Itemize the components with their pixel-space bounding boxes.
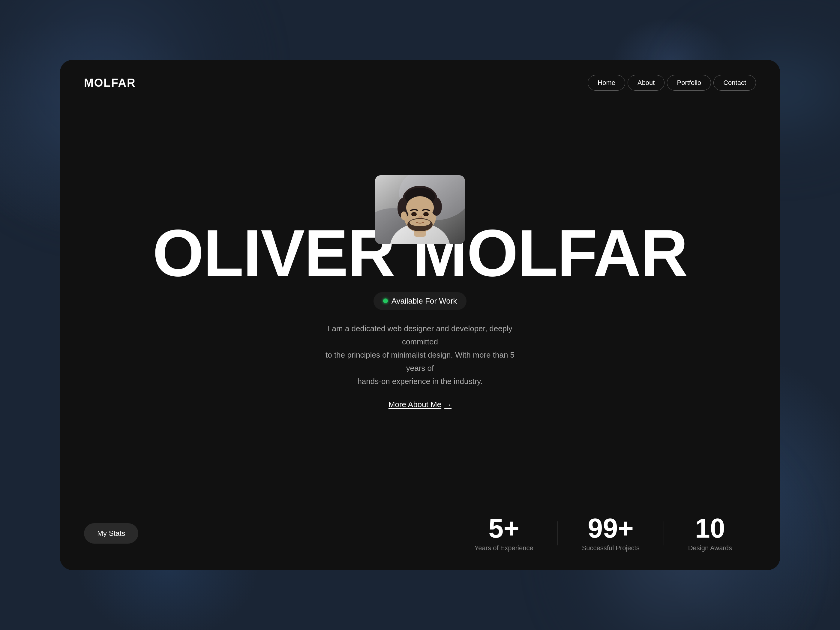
nav-logo[interactable]: MOLFAR (84, 76, 136, 89)
stat-number-projects: 99+ (588, 515, 633, 542)
stats-items: 5+ Years of Experience 99+ Successful Pr… (475, 515, 756, 552)
available-badge: Available For Work (374, 292, 467, 310)
stat-item-awards: 10 Design Awards (688, 515, 732, 552)
profile-image-container (375, 175, 465, 244)
nav-link-about[interactable]: About (628, 75, 665, 91)
stat-divider-1 (557, 521, 558, 545)
stat-label-experience: Years of Experience (475, 544, 534, 552)
bio-text: I am a dedicated web designer and develo… (315, 322, 525, 388)
stats-section: My Stats 5+ Years of Experience 99+ Succ… (60, 503, 780, 570)
nav-links: Home About Portfolio Contact (588, 75, 756, 91)
stat-label-projects: Successful Projects (582, 544, 639, 552)
nav-link-home[interactable]: Home (588, 75, 625, 91)
available-dot-icon (383, 298, 388, 303)
profile-image (375, 175, 465, 244)
more-about-label: More About Me (388, 400, 441, 409)
more-about-link[interactable]: More About Me → (388, 400, 452, 409)
svg-point-14 (409, 219, 431, 226)
nav-link-contact[interactable]: Contact (714, 75, 756, 91)
svg-point-15 (401, 212, 407, 220)
stat-number-awards: 10 (695, 515, 725, 542)
svg-point-10 (406, 196, 434, 219)
available-text: Available For Work (392, 297, 457, 306)
navbar: MOLFAR Home About Portfolio Contact (60, 60, 780, 99)
hero-section: OLIVER MOLFAR Available For Work I am a … (60, 82, 780, 503)
stat-item-projects: 99+ Successful Projects (582, 515, 639, 552)
svg-point-17 (412, 213, 416, 216)
arrow-icon: → (444, 401, 452, 409)
nav-link-portfolio[interactable]: Portfolio (667, 75, 711, 91)
main-card: MOLFAR Home About Portfolio Contact (60, 60, 780, 570)
stat-number-experience: 5+ (488, 515, 519, 542)
stat-label-awards: Design Awards (688, 544, 732, 552)
stat-divider-2 (663, 521, 664, 545)
stat-item-experience: 5+ Years of Experience (475, 515, 534, 552)
profile-svg (375, 175, 465, 244)
my-stats-button[interactable]: My Stats (84, 523, 138, 543)
svg-point-16 (424, 213, 428, 216)
